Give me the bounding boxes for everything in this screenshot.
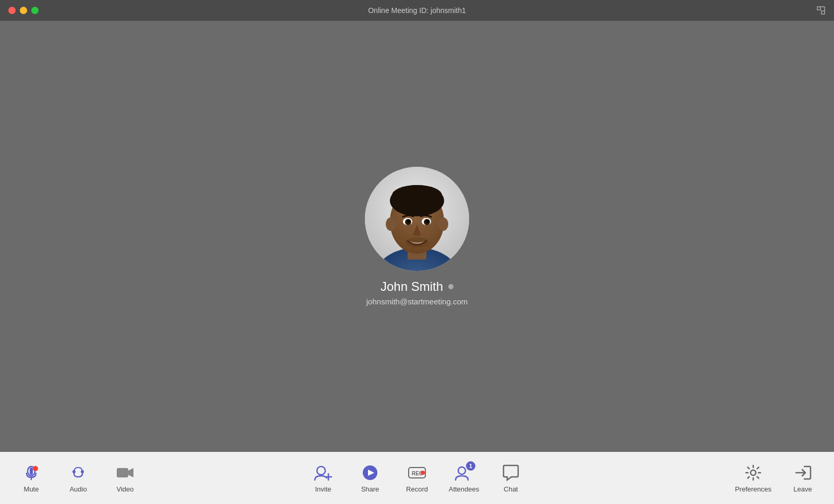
video-button[interactable]: Video: [109, 463, 141, 493]
preferences-icon: [744, 463, 763, 482]
preferences-button[interactable]: Preferences: [735, 463, 771, 493]
user-info: John Smith johnsmith@startmeeting.com: [366, 279, 468, 306]
attendees-button[interactable]: 1 Attendees: [448, 463, 480, 493]
invite-icon: [314, 463, 333, 482]
svg-rect-1: [821, 11, 825, 14]
svg-point-22: [33, 466, 38, 471]
invite-label: Invite: [315, 485, 331, 493]
share-label: Share: [361, 485, 379, 493]
svg-point-16: [407, 220, 410, 223]
preferences-label: Preferences: [735, 485, 771, 493]
leave-button[interactable]: Leave: [787, 463, 818, 493]
mute-icon: [22, 463, 41, 482]
leave-icon: [793, 463, 812, 482]
maximize-button[interactable]: [31, 7, 39, 14]
share-icon: [361, 463, 379, 482]
svg-point-10: [386, 217, 396, 231]
video-icon: [116, 463, 134, 482]
chat-icon: [501, 463, 520, 482]
svg-point-26: [317, 466, 325, 475]
toolbar-left: Mute Audio Video: [16, 463, 141, 493]
svg-point-33: [421, 471, 425, 475]
svg-point-18: [406, 237, 428, 248]
minimize-button[interactable]: [20, 7, 27, 14]
record-icon: REC: [408, 463, 426, 482]
toolbar-center: Invite Share REC Record: [308, 463, 526, 493]
svg-point-17: [426, 220, 429, 223]
mute-button[interactable]: Mute: [16, 463, 47, 493]
avatar: [365, 167, 469, 271]
user-name-text: John Smith: [381, 279, 443, 294]
record-label: Record: [406, 485, 428, 493]
toolbar: Mute Audio Video: [0, 452, 834, 504]
video-label: Video: [116, 485, 133, 493]
toolbar-right: Preferences Leave: [735, 463, 818, 493]
window-controls: [8, 7, 39, 14]
attendees-badge: 1: [466, 461, 475, 471]
attendees-icon: 1: [455, 463, 473, 482]
record-button[interactable]: REC Record: [401, 463, 433, 493]
user-profile: John Smith johnsmith@startmeeting.com: [365, 167, 469, 306]
svg-point-35: [751, 470, 756, 475]
user-name-row: John Smith: [366, 279, 468, 294]
expand-icon[interactable]: [816, 6, 826, 15]
close-button[interactable]: [8, 7, 16, 14]
svg-point-34: [458, 467, 465, 474]
chat-label: Chat: [504, 485, 518, 493]
share-button[interactable]: Share: [354, 463, 386, 493]
chat-button[interactable]: Chat: [495, 463, 526, 493]
status-indicator: [448, 284, 453, 289]
titlebar: Online Meeting ID: johnsmith1: [0, 0, 834, 21]
audio-icon: [69, 463, 88, 482]
svg-rect-25: [117, 468, 128, 477]
mute-label: Mute: [24, 485, 39, 493]
leave-label: Leave: [793, 485, 812, 493]
audio-label: Audio: [69, 485, 87, 493]
user-email: johnsmith@startmeeting.com: [366, 297, 468, 306]
main-content: John Smith johnsmith@startmeeting.com: [0, 21, 834, 452]
audio-button[interactable]: Audio: [63, 463, 94, 493]
svg-rect-0: [817, 7, 820, 10]
svg-point-11: [438, 217, 448, 231]
svg-rect-20: [30, 468, 33, 475]
invite-button[interactable]: Invite: [308, 463, 339, 493]
svg-point-9: [392, 185, 442, 206]
meeting-title: Online Meeting ID: johnsmith1: [368, 6, 466, 15]
attendees-label: Attendees: [449, 485, 480, 493]
